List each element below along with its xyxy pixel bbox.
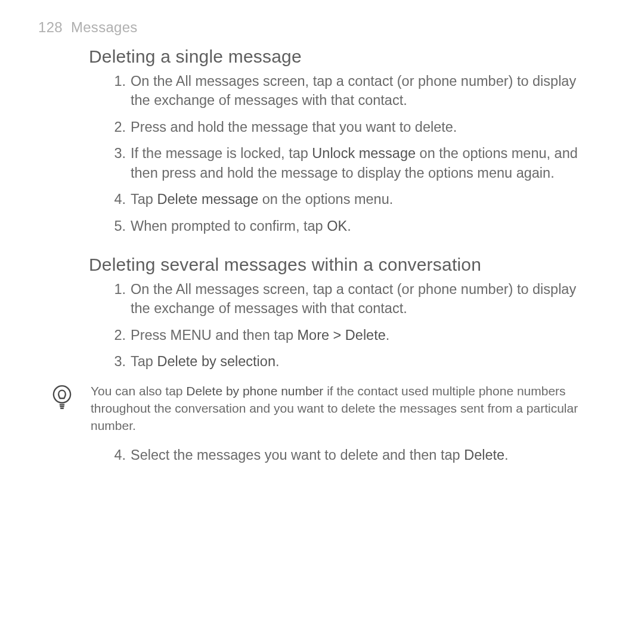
- step-item: 5. When prompted to confirm, tap OK.: [108, 216, 590, 236]
- step-item: 2. Press and hold the message that you w…: [108, 117, 590, 137]
- text-part: .: [347, 218, 351, 234]
- chapter-name: Messages: [71, 19, 138, 35]
- step-number: 4.: [108, 190, 126, 209]
- tip-text: You can also tap Delete by phone number …: [91, 382, 590, 435]
- step-item: 1. On the All messages screen, tap a con…: [108, 280, 590, 318]
- page-content: Deleting a single message 1. On the All …: [89, 47, 590, 465]
- step-item: 2. Press MENU and then tap More > Delete…: [108, 326, 590, 345]
- step-text: Tap Delete by selection.: [131, 354, 280, 369]
- svg-point-0: [54, 386, 70, 402]
- step-number: 2.: [108, 117, 126, 137]
- step-item: 1. On the All messages screen, tap a con…: [108, 72, 590, 110]
- step-number: 5.: [108, 216, 126, 236]
- step-number: 3.: [108, 352, 126, 371]
- steps-delete-several-continued: 4. Select the messages you want to delet…: [108, 445, 590, 465]
- text-part: Tap: [131, 191, 157, 207]
- emphasis-text: Delete by selection: [157, 354, 275, 369]
- lightbulb-icon: [50, 383, 74, 416]
- step-text: On the All messages screen, tap a contac…: [131, 281, 576, 316]
- emphasis-text: Delete by phone number: [186, 384, 323, 398]
- text-part: Select the messages you want to delete a…: [131, 447, 464, 463]
- emphasis-text: Unlock message: [312, 145, 416, 161]
- step-text: Select the messages you want to delete a…: [131, 447, 509, 463]
- page-header: 128 Messages: [38, 19, 596, 36]
- text-part: .: [386, 327, 390, 343]
- text-part: Tap: [131, 354, 157, 369]
- steps-delete-single: 1. On the All messages screen, tap a con…: [108, 72, 590, 236]
- step-text: When prompted to confirm, tap OK.: [131, 218, 351, 234]
- page-number: 128: [38, 19, 63, 35]
- step-item: 4. Select the messages you want to delet…: [108, 445, 590, 465]
- step-text: If the message is locked, tap Unlock mes…: [131, 145, 578, 180]
- step-item: 3. Tap Delete by selection.: [108, 352, 590, 371]
- step-text: Press and hold the message that you want…: [131, 119, 457, 135]
- text-part: If the message is locked, tap: [131, 145, 312, 161]
- emphasis-text: Delete: [464, 447, 504, 463]
- step-number: 3.: [108, 144, 126, 163]
- step-text: Press MENU and then tap More > Delete.: [131, 327, 389, 343]
- text-part: Press MENU and then tap: [131, 327, 298, 343]
- step-item: 4. Tap Delete message on the options men…: [108, 190, 590, 209]
- emphasis-text: More > Delete: [298, 327, 386, 343]
- step-number: 1.: [108, 280, 126, 299]
- text-part: When prompted to confirm, tap: [131, 218, 327, 234]
- text-part: on the options menu.: [258, 191, 393, 207]
- step-text: Tap Delete message on the options menu.: [131, 191, 393, 207]
- text-part: .: [275, 354, 280, 369]
- text-part: .: [504, 447, 509, 463]
- step-number: 2.: [108, 326, 126, 345]
- document-page: 128 Messages Deleting a single message 1…: [0, 0, 644, 644]
- step-text: On the All messages screen, tap a contac…: [131, 73, 576, 108]
- tip-callout: You can also tap Delete by phone number …: [50, 382, 590, 435]
- section-title-delete-several: Deleting several messages within a conve…: [89, 255, 590, 275]
- emphasis-text: Delete message: [157, 191, 258, 207]
- text-part: You can also tap: [91, 384, 186, 398]
- step-number: 1.: [108, 72, 126, 91]
- emphasis-text: OK: [327, 218, 347, 234]
- step-item: 3. If the message is locked, tap Unlock …: [108, 144, 590, 182]
- section-title-delete-single: Deleting a single message: [89, 47, 590, 67]
- step-number: 4.: [108, 445, 126, 465]
- steps-delete-several: 1. On the All messages screen, tap a con…: [108, 280, 590, 371]
